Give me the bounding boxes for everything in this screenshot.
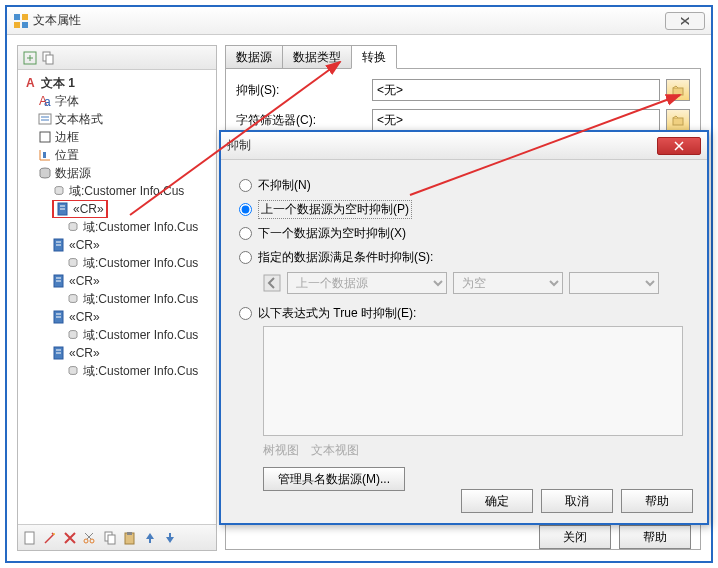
svg-rect-47 [673,88,683,95]
suppress-label: 抑制(S): [236,82,366,99]
db-small-icon [52,184,66,198]
tree-field-4[interactable]: 域:Customer Info.Cus [20,290,214,308]
suppress-input[interactable] [372,79,660,101]
manage-data-source-button[interactable]: 管理具名数据源(M)... [263,467,405,491]
tree-border[interactable]: 边框 [20,128,214,146]
main-footer-buttons: 关闭 帮助 [539,525,691,549]
cut-icon[interactable] [82,530,98,546]
tab-data-type[interactable]: 数据类型 [282,45,352,69]
suppress-dialog: 抑制 不抑制(N) 上一个数据源为空时抑制(P) 下一个数据源为空时抑制(X) … [219,130,709,525]
tree-cr-3[interactable]: «CR» [20,272,214,290]
dialog-close-button[interactable] [657,137,701,155]
db-small-icon [66,364,80,378]
page-icon [56,202,70,216]
radio-specified-input[interactable] [239,251,252,264]
page-icon [52,310,66,324]
radio-specified[interactable]: 指定的数据源满足条件时抑制(S): [239,246,689,268]
ok-button[interactable]: 确定 [461,489,533,513]
db-small-icon [66,328,80,342]
wand-icon[interactable] [42,530,58,546]
down-icon[interactable] [162,530,178,546]
folder-icon [671,113,685,127]
tree-field-1[interactable]: 域:Customer Info.Cus [20,182,214,200]
tab-bar: 数据源 数据类型 转换 [225,45,701,69]
app-icon [13,13,29,29]
filter-row: 字符筛选器(C): [236,109,690,131]
svg-rect-13 [40,132,50,142]
radio-none[interactable]: 不抑制(N) [239,174,689,196]
radio-next-empty-input[interactable] [239,227,252,240]
page-icon [52,274,66,288]
main-close-button[interactable]: 关闭 [539,525,611,549]
radio-next-empty[interactable]: 下一个数据源为空时抑制(X) [239,222,689,244]
close-button[interactable] [665,12,705,30]
tree-field-6[interactable]: 域:Customer Info.Cus [20,362,214,380]
svg-text:A: A [26,76,35,90]
cancel-button[interactable]: 取消 [541,489,613,513]
left-toolbar [18,46,216,70]
specified-select-1: 上一个数据源 [287,272,447,294]
database-icon [38,166,52,180]
radio-expression-input[interactable] [239,307,252,320]
folder-icon [671,83,685,97]
svg-rect-49 [264,275,280,291]
delete-icon[interactable] [62,530,78,546]
tree-cr-2[interactable]: «CR» [20,236,214,254]
specified-select-2: 为空 [453,272,563,294]
expression-editor[interactable] [263,326,683,436]
radio-prev-empty-input[interactable] [239,203,252,216]
svg-rect-46 [127,532,132,535]
view-text-tab[interactable]: 文本视图 [311,442,359,459]
nav-left-icon[interactable] [263,274,281,292]
dialog-title: 抑制 [227,137,657,154]
page-icon [52,238,66,252]
view-tree-tab[interactable]: 树视图 [263,442,299,459]
dialog-footer: 确定 取消 帮助 [461,489,693,513]
svg-rect-6 [46,55,53,64]
svg-rect-44 [108,535,115,544]
radio-expression[interactable]: 以下表达式为 True 时抑制(E): [239,302,689,324]
tree-field-5[interactable]: 域:Customer Info.Cus [20,326,214,344]
svg-rect-3 [22,22,28,28]
specified-select-3 [569,272,659,294]
tab-data-source[interactable]: 数据源 [225,45,283,69]
tree-cr-5[interactable]: «CR» [20,344,214,362]
dialog-titlebar: 抑制 [221,132,707,160]
copy-icon[interactable] [40,50,56,66]
format-icon [38,112,52,126]
expand-icon[interactable] [22,50,38,66]
tab-convert[interactable]: 转换 [351,45,397,69]
close-icon [680,16,690,26]
tree-root[interactable]: A 文本 1 [20,74,214,92]
font-icon: Aa [38,94,52,108]
radio-none-input[interactable] [239,179,252,192]
radio-prev-empty[interactable]: 上一个数据源为空时抑制(P) [239,198,689,220]
paste-icon[interactable] [122,530,138,546]
text-icon: A [24,76,38,90]
svg-rect-0 [14,14,20,20]
up-icon[interactable] [142,530,158,546]
svg-rect-10 [39,114,51,124]
doc-icon[interactable] [22,530,38,546]
filter-browse-button[interactable] [666,109,690,131]
tree-font[interactable]: Aa 字体 [20,92,214,110]
svg-rect-16 [43,152,46,158]
page-icon [52,346,66,360]
tree-data-source[interactable]: 数据源 [20,164,214,182]
tree-field-3[interactable]: 域:Customer Info.Cus [20,254,214,272]
specified-sub-row: 上一个数据源 为空 [263,272,689,294]
help-button[interactable]: 帮助 [621,489,693,513]
tree-field-2[interactable]: 域:Customer Info.Cus [20,218,214,236]
svg-rect-1 [22,14,28,20]
tree-view[interactable]: A 文本 1 Aa 字体 文本格式 边框 位置 [18,70,216,524]
suppress-browse-button[interactable] [666,79,690,101]
filter-input[interactable] [372,109,660,131]
tree-text-format[interactable]: 文本格式 [20,110,214,128]
tree-cr-highlighted[interactable]: «CR» [20,200,214,218]
copy-icon[interactable] [102,530,118,546]
main-help-button[interactable]: 帮助 [619,525,691,549]
tree-position[interactable]: 位置 [20,146,214,164]
left-panel: A 文本 1 Aa 字体 文本格式 边框 位置 [17,45,217,551]
svg-text:a: a [44,95,51,108]
tree-cr-4[interactable]: «CR» [20,308,214,326]
